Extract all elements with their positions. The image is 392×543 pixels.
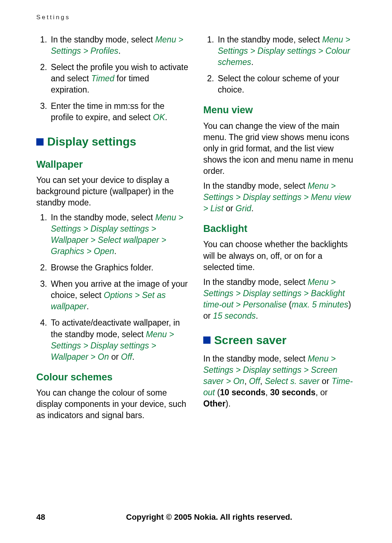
list-item: Select the profile you wish to activate … (49, 62, 189, 95)
paragraph: You can choose whether the backlights wi… (203, 239, 356, 273)
paragraph: You can set your device to display a bac… (36, 175, 189, 208)
list-item: Enter the time in mm:ss for the profile … (49, 101, 189, 123)
body-text: ). (225, 399, 230, 408)
heading-text: Display settings (47, 134, 136, 150)
body-text: In the standby mode, select (218, 35, 322, 44)
body-text: Enter the time in mm:ss for the profile … (51, 101, 164, 122)
paragraph: You can change the colour of some displa… (36, 387, 189, 421)
body-text: , (244, 376, 249, 386)
body-text: In the standby mode, select (51, 35, 155, 44)
list-item: When you arrive at the image of your cho… (49, 278, 189, 312)
heading-backlight: Backlight (203, 222, 356, 235)
heading-colour-schemes: Colour schemes (36, 371, 189, 384)
bold-text: 30 seconds (270, 388, 315, 397)
list-item: Browse the Graphics folder. (49, 262, 189, 273)
ui-term: 15 seconds (213, 311, 256, 321)
square-bullet-icon (36, 138, 44, 146)
ui-term: max. 5 minutes (292, 300, 348, 309)
ordered-list: In the standby mode, select Menu > Setti… (36, 34, 189, 123)
heading-display-settings: Display settings (36, 134, 189, 150)
ordered-list: In the standby mode, select Menu > Setti… (203, 34, 356, 95)
list-item: Select the colour scheme of your choice. (216, 73, 356, 95)
body-text: In the standby mode, select (203, 181, 308, 191)
list-item: In the standby mode, select Menu > Setti… (216, 34, 356, 68)
list-item: To activate/deactivate wallpaper, in the… (49, 317, 189, 362)
ui-term: Grid (236, 204, 251, 213)
heading-menu-view: Menu view (203, 103, 356, 117)
body-text: or (111, 352, 121, 362)
ui-term: Select s. saver (265, 376, 319, 386)
body-text: , (260, 376, 265, 386)
bold-text: Other (203, 399, 225, 408)
ui-term: Off (121, 352, 132, 362)
body-text: ( (289, 300, 292, 309)
footer: 48 Copyright © 2005 Nokia. All rights re… (36, 513, 356, 522)
paragraph: In the standby mode, select Menu > Setti… (203, 277, 356, 322)
body-text: or (226, 204, 236, 213)
right-column: In the standby mode, select Menu > Setti… (203, 32, 356, 425)
ui-term: Off (249, 376, 260, 386)
body-text: In the standby mode, select (203, 354, 308, 363)
bold-text: 10 seconds (220, 388, 265, 397)
ui-term: Timed (91, 74, 114, 83)
running-header: Settings (36, 14, 356, 21)
body-text: ( (215, 388, 220, 397)
heading-text: Screen saver (214, 332, 286, 348)
square-bullet-icon (203, 336, 211, 344)
body-text: In the standby mode, select (51, 213, 155, 222)
page-number: 48 (36, 513, 45, 522)
body-text: , or (315, 388, 327, 397)
paragraph: In the standby mode, select Menu > Setti… (203, 353, 356, 409)
ui-term: OK (153, 113, 165, 122)
heading-wallpaper: Wallpaper (36, 158, 189, 171)
column-layout: In the standby mode, select Menu > Setti… (36, 32, 356, 425)
ordered-list: In the standby mode, select Menu > Setti… (36, 212, 189, 363)
page: Settings In the standby mode, select Men… (0, 0, 392, 425)
body-text: or (319, 376, 331, 386)
list-item: In the standby mode, select Menu > Setti… (49, 212, 189, 257)
left-column: In the standby mode, select Menu > Setti… (36, 32, 189, 425)
paragraph: You can change the view of the main menu… (203, 121, 356, 177)
copyright-text: Copyright © 2005 Nokia. All rights reser… (62, 513, 356, 522)
paragraph: In the standby mode, select Menu > Setti… (203, 180, 356, 214)
heading-screen-saver: Screen saver (203, 332, 356, 348)
body-text: , (265, 388, 270, 397)
list-item: In the standby mode, select Menu > Setti… (49, 34, 189, 57)
body-text: In the standby mode, select (203, 277, 308, 287)
